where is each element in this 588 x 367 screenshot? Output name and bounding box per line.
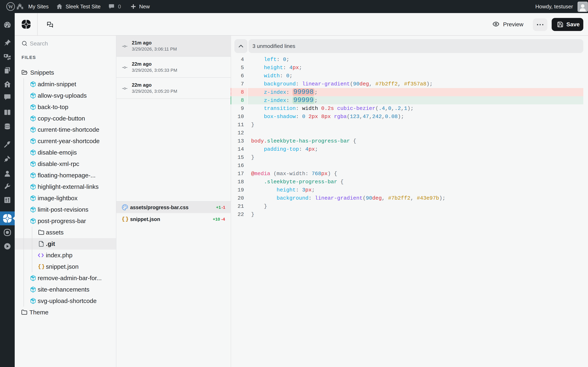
svg-text:W: W	[8, 4, 13, 9]
